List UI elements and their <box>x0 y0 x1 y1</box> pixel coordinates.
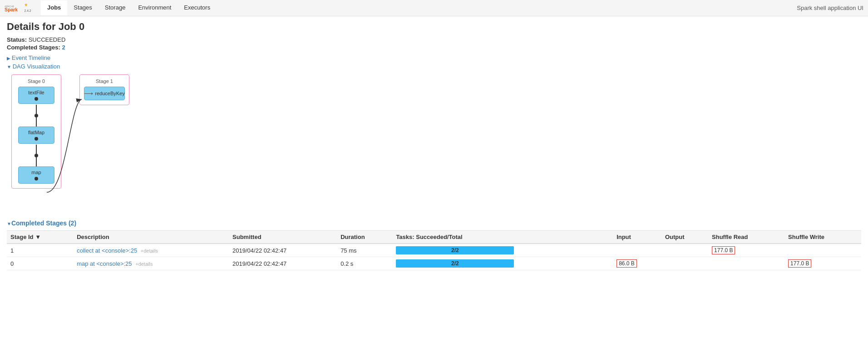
description-link-0[interactable]: map at <console>:25 <box>77 260 132 267</box>
brand: APACHE Spark 2.4.2 <box>5 2 32 15</box>
version-text: 2.4.2 <box>25 9 31 12</box>
completed-stages-value-link[interactable]: 2 <box>62 44 65 51</box>
table-row: 0 map at <console>:25 +details 2019/04/2… <box>7 257 861 270</box>
col-submitted[interactable]: Submitted <box>229 231 337 244</box>
cell-tasks-0: 2/2 <box>392 257 613 270</box>
cell-stage-id-0: 0 <box>7 257 73 270</box>
status-line: Status: SUCCEEDED <box>7 36 861 43</box>
cell-submitted-0: 2019/04/22 02:42:47 <box>229 257 337 270</box>
details-link-0[interactable]: +details <box>135 261 153 267</box>
task-bar-0: 2/2 <box>396 259 514 268</box>
svg-marker-2 <box>25 3 28 6</box>
cell-shuffle-write-1 <box>784 244 861 257</box>
nav-stages[interactable]: Stages <box>67 0 98 15</box>
col-tasks[interactable]: Tasks: Succeeded/Total <box>392 231 613 244</box>
input-value-0: 86.0 B <box>616 259 637 268</box>
cell-duration-0: 0.2 s <box>337 257 392 270</box>
dag-visualization: Stage 0 textFile flatMap <box>7 74 152 210</box>
cell-submitted-1: 2019/04/22 02:42:47 <box>229 244 337 257</box>
nav-executors[interactable]: Executors <box>178 0 217 15</box>
svg-text:Spark: Spark <box>5 6 18 12</box>
details-link-1[interactable]: +details <box>141 248 158 253</box>
col-description: Description <box>73 231 229 244</box>
nav-jobs[interactable]: Jobs <box>41 0 67 15</box>
table-row: 1 collect at <console>:25 +details 2019/… <box>7 244 861 257</box>
dag-stage1-label: Stage 1 <box>84 78 124 84</box>
cell-stage-id-1: 1 <box>7 244 73 257</box>
nav-storage[interactable]: Storage <box>99 0 132 15</box>
description-link-1[interactable]: collect at <console>:25 <box>77 247 137 254</box>
page-title: Details for Job 0 <box>7 21 861 33</box>
dag-stage1-box: Stage 1 ⟶ reduceByKey <box>79 74 129 105</box>
status-label: Status: <box>7 36 27 43</box>
col-output[interactable]: Output <box>661 231 708 244</box>
shuffle-read-value-1: 177.0 B <box>712 246 735 254</box>
dag-node-map: map <box>18 166 54 184</box>
navbar: APACHE Spark 2.4.2 Jobs Stages Storage E… <box>0 0 868 16</box>
completed-stages-label: Completed Stages: <box>7 44 60 51</box>
completed-stages-header[interactable]: Completed Stages (2) <box>7 219 861 227</box>
shuffle-write-value-0: 177.0 B <box>788 259 811 268</box>
table-header-row: Stage Id ▼ Description Submitted Duratio… <box>7 231 861 244</box>
dag-node-textfile: textFile <box>18 87 54 104</box>
status-value: SUCCEEDED <box>29 36 66 43</box>
cell-input-1 <box>613 244 661 257</box>
completed-stages-line: Completed Stages: 2 <box>7 44 861 51</box>
event-timeline-toggle[interactable]: Event Timeline <box>7 54 861 61</box>
dag-stage0-label: Stage 0 <box>16 78 56 84</box>
cell-input-0: 86.0 B <box>613 257 661 270</box>
cell-duration-1: 75 ms <box>337 244 392 257</box>
completed-stages-toggle-icon <box>7 219 11 227</box>
cell-description-1: collect at <console>:25 +details <box>73 244 229 257</box>
cell-shuffle-read-0 <box>708 257 784 270</box>
cell-tasks-1: 2/2 <box>392 244 613 257</box>
main-content: Details for Job 0 Status: SUCCEEDED Comp… <box>0 16 868 275</box>
spark-logo-icon: APACHE Spark 2.4.2 <box>5 2 32 15</box>
dag-visualization-toggle[interactable]: DAG Visualization <box>7 63 861 70</box>
cell-description-0: map at <console>:25 +details <box>73 257 229 270</box>
dag-stage0-box: Stage 0 textFile flatMap <box>11 74 61 189</box>
col-shuffle-read[interactable]: Shuffle Read <box>708 231 784 244</box>
nav-environment[interactable]: Environment <box>132 0 178 15</box>
cell-output-1 <box>661 244 708 257</box>
nav-links: Jobs Stages Storage Environment Executor… <box>41 0 797 15</box>
col-shuffle-write[interactable]: Shuffle Write <box>784 231 861 244</box>
cell-shuffle-read-1: 177.0 B <box>708 244 784 257</box>
col-input[interactable]: Input <box>613 231 661 244</box>
cell-output-0 <box>661 257 708 270</box>
dag-node-reducebykey: ⟶ reduceByKey <box>84 87 125 100</box>
stages-table: Stage Id ▼ Description Submitted Duratio… <box>7 230 861 270</box>
dag-node-flatmap: flatMap <box>18 127 54 144</box>
completed-stages-title: Completed Stages (2) <box>11 219 76 227</box>
navbar-right-text: Spark shell application UI <box>797 5 863 11</box>
task-bar-1: 2/2 <box>396 246 514 254</box>
col-stage-id[interactable]: Stage Id ▼ <box>7 231 73 244</box>
cell-shuffle-write-0: 177.0 B <box>784 257 861 270</box>
task-bar-label-0: 2/2 <box>396 259 514 268</box>
col-duration[interactable]: Duration <box>337 231 392 244</box>
completed-stages-section: Completed Stages (2) Stage Id ▼ Descript… <box>7 219 861 270</box>
task-bar-label-1: 2/2 <box>396 246 514 254</box>
